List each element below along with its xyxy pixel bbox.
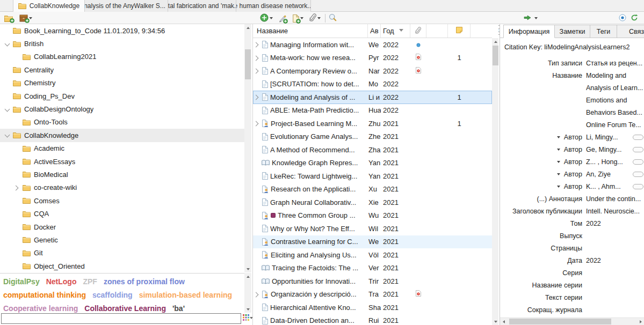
tree-item-book-learning-to-code-11-01-2019-9-34-56[interactable]: Book_Learning_to_Code 11.01.2019, 9:34:5… [0,24,244,37]
field-value[interactable] [586,304,644,316]
field-value[interactable]: 2022 [586,218,644,230]
table-row-three-common-group[interactable]: Three Common Group ...Wu2021 [253,209,492,223]
chevron-down-icon[interactable] [557,161,560,163]
inspector-tab-теги[interactable]: Теги [590,25,617,38]
inspector-tab-заметки[interactable]: Заметки [555,25,590,38]
tab-collabknowledge[interactable]: CollabKnowledge [13,0,85,12]
table-scrollbar[interactable] [492,38,498,325]
scroll-up-arrow[interactable] [492,38,498,45]
tree-item-academic[interactable]: Academic [0,142,244,155]
tag-cooperative-learning[interactable]: Cooperative learning [3,302,78,313]
chevron-down-icon[interactable] [557,149,560,151]
tag-color-grid-button[interactable] [243,314,252,322]
tab-the-human-disease-network[interactable]: The human disease network...× [236,0,311,12]
field-value[interactable]: Li, Mingy... [586,131,644,144]
scroll-down-arrow[interactable] [244,306,251,313]
column-header-author[interactable]: Ав [368,24,381,38]
tree-item-onto-tools[interactable]: Onto-Tools [0,116,244,129]
tree-item-coding-ps-dev[interactable]: Coding_Ps_Dev [0,90,244,102]
tag-ba[interactable]: 'ba' [172,302,185,313]
table-row-why-or-why-not-the-eff[interactable]: Why or Why Not? The Eff...Wil2021 [253,222,492,235]
author-toggle-pill[interactable] [633,159,643,165]
author-toggle-pill[interactable] [633,184,643,189]
tag-zpf[interactable]: ZPF [83,275,97,289]
tree-item-activeessays[interactable]: ActiveEssays [0,155,244,168]
attach-file-button[interactable] [309,13,321,23]
tree-item-centrality[interactable]: Centrality [0,63,244,76]
table-row-data-driven-detection-an[interactable]: Data-Driven Detection an...Rui2021 [253,314,492,325]
chevron-down-icon[interactable] [557,136,560,138]
tree-item-genetic[interactable]: Genetic [0,233,244,246]
row-expander-icon[interactable] [254,55,259,61]
table-row-a-contemporary-review-o[interactable]: A Contemporary Review o...Nar2022 [253,64,492,78]
scroll-right-arrow[interactable] [637,318,644,325]
add-entry-online-button[interactable] [260,13,273,23]
field-value[interactable]: Статья из рецен... [586,57,644,70]
tree-item-object-oriented[interactable]: Object_Oriented [0,260,244,272]
tab-analysis-of-the-anywalker-s[interactable]: Analysis of the AnyWalker S...× [85,0,168,12]
new-archive-button[interactable] [19,13,32,23]
table-row-research-on-the-applicati[interactable]: Research on the Applicati...Xu2021 [253,183,492,196]
table-row-opportunities-for-innovati[interactable]: Opportunities for Innovati...Trir2021 [253,275,492,288]
scroll-down-arrow[interactable] [492,318,498,325]
tab-digital-fabrication-and-mak[interactable]: Digital fabrication and 'mak...× [168,0,236,12]
table-row-contrastive-learning-for-c[interactable]: Contrastive Learning for C...We2021 [253,235,492,249]
new-note-pen-button[interactable] [278,13,286,23]
field-value[interactable]: Under the contin... [586,193,644,205]
field-value[interactable]: K... , Ahm... [586,181,644,193]
inspector-horizontal-scrollbar[interactable] [500,317,644,325]
tree-item-biomedical[interactable]: BioMedical [0,168,244,181]
tree-item-chemistry[interactable]: Chemistry [0,77,244,90]
tag-scaffolding[interactable]: scaffolding [92,289,133,302]
inspector-tab-связи[interactable]: Связи [617,25,644,38]
table-row-able-meta-path-predictio[interactable]: ABLE: Meta-Path Predictio...Hua2022 [253,104,492,117]
inspector-tab-информация[interactable]: Информация [503,25,555,38]
tree-item-collabknowledge[interactable]: CollabKnowledge [0,129,244,142]
field-value[interactable]: Modeling andAnalysis of Learn...Emotions… [586,70,644,131]
table-row-lkerec-toward-lightweig[interactable]: LkeRec: Toward Lightweig...Yan2021 [253,169,492,183]
tree-chevron-expanded-icon[interactable] [4,41,10,47]
tree-item-british[interactable]: British [0,37,244,50]
filter-toggle-button[interactable] [619,13,626,23]
tag-netlogo[interactable]: NetLogo [46,275,77,289]
field-value[interactable] [586,292,644,304]
table-row-knowledge-graph-repres[interactable]: Knowledge Graph Repres...Yan2021 [253,157,492,170]
table-row-eliciting-and-analysing-us[interactable]: Eliciting and Analysing Us...Völ2021 [253,248,492,262]
field-value[interactable]: Ge, Mingy... [586,144,644,156]
tree-item-collabdesignontology[interactable]: CollabDesignOntology [0,102,244,115]
table-row-project-based-learning-m[interactable]: Project-Based Learning M...Zhu20211 [253,117,492,130]
tree-item-co-create-wiki[interactable]: co-create-wiki [0,181,244,194]
field-value[interactable]: Z... , Hong... [586,156,644,168]
column-header-spare[interactable] [426,24,448,38]
row-expander-icon[interactable] [254,94,259,100]
field-value[interactable]: 2022 [586,255,644,267]
table-row-tracing-the-factoids-the[interactable]: Tracing the Factoids: The ...Ver2021 [253,262,492,275]
table-row-meta-work-how-we-resea[interactable]: Meta-work: how we resea...Pyr20221 [253,51,492,65]
table-row-modeling-and-analysis-of[interactable]: Modeling and Analysis of ...Li и20221 [253,91,492,104]
table-row-evolutionary-game-analys[interactable]: Evolutionary Game Analys...Zhe2021 [253,130,492,144]
row-expander-icon[interactable] [254,292,259,297]
tree-scrollbar[interactable] [244,24,251,272]
column-header-notes[interactable] [448,24,471,38]
table-row-hierarchical-attentive-kno[interactable]: Hierarchical Attentive Kno...Sha2021 [253,301,492,314]
author-toggle-pill[interactable] [633,135,643,140]
scroll-left-arrow[interactable] [500,318,508,325]
tag-zones-of-proximal-flow[interactable]: zones of proximal flow [104,275,185,289]
run-search-button[interactable] [524,13,538,23]
row-expander-icon[interactable] [254,68,259,73]
quick-search-button[interactable] [329,13,337,23]
scrollbar-thumb[interactable] [493,46,498,65]
column-header-attachments[interactable] [410,24,426,38]
table-row-graph-neural-collaborativ[interactable]: Graph Neural Collaborativ...Xie2021 [253,196,492,209]
new-document-button[interactable] [292,13,303,23]
scroll-up-arrow[interactable] [244,24,251,31]
tag-simulation-based-learning[interactable]: simulation-based learning [139,289,232,302]
tree-chevron-expanded-icon[interactable] [4,107,10,112]
table-row-a-method-of-recommend[interactable]: A Method of Recommend...Zha2021 [253,143,492,157]
new-folder-button[interactable] [4,13,13,23]
scroll-up-arrow[interactable] [244,273,251,280]
tag-collaborative-learning[interactable]: Collaborative Learning [84,302,166,313]
column-header-year[interactable]: Год [381,24,410,38]
author-toggle-pill[interactable] [633,147,643,152]
author-toggle-pill[interactable] [633,172,643,177]
